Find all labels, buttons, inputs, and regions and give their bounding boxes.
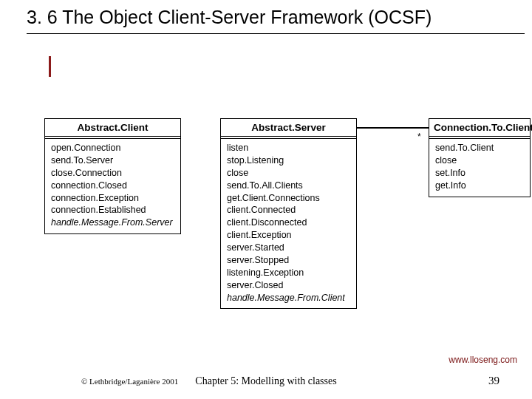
method: get.Info [435,180,524,192]
association-line [357,127,429,129]
method: get.Client.Connections [227,192,350,205]
accent-decoration [49,56,51,77]
method: close.Connection [51,167,174,180]
method: listen [227,142,350,154]
footer-url: www.lloseng.com [449,355,517,365]
method: open.Connection [51,142,174,154]
method: handle.Message.From.Client [227,292,350,304]
slide-title-block: 3. 6 The Object Client-Server Framework … [27,6,525,34]
method: handle.Message.From.Server [51,216,174,229]
footer-chapter: Chapter 5: Modelling with classes [0,375,532,387]
multiplicity-label: * [417,132,421,142]
method: connection.Established [51,204,174,216]
method-list: listenstop.Listeningclosesend.To.All.Cli… [221,139,356,308]
method: server.Stopped [227,254,350,267]
method: client.Exception [227,229,350,242]
method: client.Disconnected [227,216,350,229]
uml-separator [45,136,180,139]
class-name: Abstract.Client [45,119,180,136]
class-name: Abstract.Server [221,119,356,136]
method: send.To.All.Clients [227,180,350,192]
uml-class-abstract-server: Abstract.Server listenstop.Listeningclos… [220,118,357,309]
slide-title: 3. 6 The Object Client-Server Framework … [27,6,525,29]
method: close [227,167,350,180]
method: client.Connected [227,204,350,216]
method: send.To.Client [435,142,524,154]
class-name: Connection.To.Client [429,119,530,136]
method: server.Closed [227,279,350,292]
method: set.Info [435,167,524,180]
method: close [435,154,524,167]
method-list: open.Connectionsend.To.Serverclose.Conne… [45,139,180,233]
method: listening.Exception [227,267,350,279]
method: connection.Exception [51,192,174,205]
method: server.Started [227,242,350,254]
uml-class-abstract-client: Abstract.Client open.Connectionsend.To.S… [44,118,181,234]
uml-separator [221,136,356,139]
method-list: send.To.Clientcloseset.Infoget.Info [429,139,530,197]
uml-class-connection-to-client: Connection.To.Client send.To.Clientclose… [429,118,531,197]
method: stop.Listening [227,154,350,167]
method: connection.Closed [51,180,174,192]
footer-page-number: 39 [488,375,499,387]
uml-separator [429,136,530,139]
method: send.To.Server [51,154,174,167]
